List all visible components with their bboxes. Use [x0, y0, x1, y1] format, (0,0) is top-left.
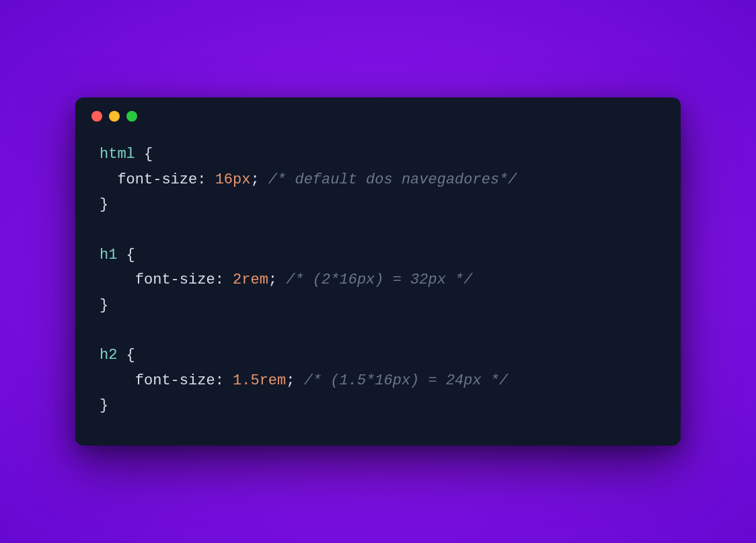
open-brace: {	[117, 247, 135, 263]
maximize-icon[interactable]	[126, 111, 137, 122]
css-comment: /* default dos navegadores*/	[268, 171, 517, 188]
code-editor-window: html { font-size: 16px; /* default dos n…	[75, 97, 681, 445]
css-value: 1.5rem	[233, 372, 286, 389]
css-property: font-size	[117, 171, 197, 188]
css-property: font-size	[135, 272, 215, 288]
minimize-icon[interactable]	[109, 111, 120, 122]
css-value: 16px	[215, 171, 251, 188]
css-value: 2rem	[233, 272, 268, 288]
colon: :	[215, 372, 233, 389]
colon: :	[197, 171, 215, 188]
css-comment: /* (2*16px) = 32px */	[286, 272, 472, 288]
semicolon: ;	[286, 372, 303, 389]
window-titlebar	[75, 97, 681, 128]
close-brace: }	[100, 397, 108, 414]
css-selector: h1	[100, 247, 117, 263]
css-selector: html	[100, 146, 135, 163]
indent	[100, 171, 117, 188]
open-brace: {	[135, 146, 153, 163]
close-brace: }	[100, 196, 108, 213]
css-comment: /* (1.5*16px) = 24px */	[304, 372, 508, 389]
indent	[100, 372, 135, 389]
code-block: html { font-size: 16px; /* default dos n…	[75, 128, 681, 445]
colon: :	[215, 272, 233, 288]
css-property: font-size	[135, 372, 215, 389]
close-brace: }	[100, 297, 108, 314]
open-brace: {	[117, 347, 135, 364]
semicolon: ;	[268, 272, 286, 288]
close-icon[interactable]	[91, 111, 102, 122]
css-selector: h2	[100, 347, 117, 364]
indent	[100, 272, 135, 288]
semicolon: ;	[250, 171, 268, 188]
